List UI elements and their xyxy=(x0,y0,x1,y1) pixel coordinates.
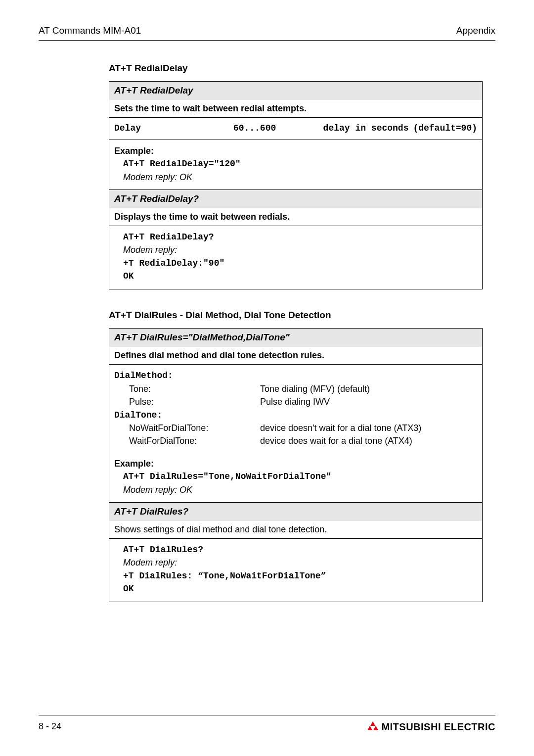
s2-q-reply-l1: +T DialRules: “Tone,NoWaitForDialTone” xyxy=(114,570,477,582)
s1-q-reply-label: Modem reply: xyxy=(114,244,477,256)
s2-dm-pulse-k: Pulse: xyxy=(114,396,260,408)
s1-cmd-set: AT+T RedialDelay xyxy=(109,82,482,100)
s2-query-block: AT+T DialRules? Modem reply: +T DialRule… xyxy=(109,539,482,602)
s1-q-cmd: AT+T RedialDelay? xyxy=(114,232,477,243)
section1-box: AT+T RedialDelay Sets the time to wait b… xyxy=(109,81,483,289)
s2-q-cmd: AT+T DialRules? xyxy=(114,544,477,556)
s2-dm-tone-v: Tone dialing (MFV) (default) xyxy=(260,383,370,395)
s2-dm-tone-k: Tone: xyxy=(114,383,260,395)
s1-param-range: 60...600 xyxy=(233,123,323,134)
brand: MITSUBISHI ELECTRIC xyxy=(367,720,495,733)
s1-q-reply-l2: OK xyxy=(114,271,477,282)
section2-box: AT+T DialRules="DialMethod,DialTone" Def… xyxy=(109,328,483,602)
s1-cmd-query: AT+T RedialDelay? xyxy=(109,189,482,208)
s1-example: Example: AT+T RedialDelay="120" Modem re… xyxy=(109,140,482,189)
s2-dt-wait-k: WaitForDialTone: xyxy=(114,435,260,447)
s2-dt-label: DialTone: xyxy=(114,410,477,421)
s2-params: DialMethod: Tone: Tone dialing (MFV) (de… xyxy=(109,365,482,452)
s1-param-row: Delay 60...600 delay in seconds (default… xyxy=(109,118,482,140)
s1-example-reply: Modem reply: OK xyxy=(114,172,477,183)
s2-cmd-set: AT+T DialRules="DialMethod,DialTone" xyxy=(109,329,482,347)
header-bar: AT Commands MIM-A01 Appendix xyxy=(39,25,495,41)
s2-example: Example: AT+T DialRules="Tone,NoWaitForD… xyxy=(109,453,482,502)
s2-dm-label: DialMethod: xyxy=(114,370,477,381)
footer: 8 - 24 MITSUBISHI ELECTRIC xyxy=(39,715,495,733)
s1-example-label: Example: xyxy=(114,145,477,157)
s1-desc-query: Displays the time to wait between redial… xyxy=(109,208,482,226)
s2-example-cmd: AT+T DialRules="Tone,NoWaitForDialTone" xyxy=(114,471,477,482)
s1-query-block: AT+T RedialDelay? Modem reply: +T Redial… xyxy=(109,226,482,289)
s2-q-reply-label: Modem reply: xyxy=(114,557,477,568)
s1-param-name: Delay xyxy=(114,123,233,134)
brand-text: MITSUBISHI ELECTRIC xyxy=(381,720,495,733)
s1-param-default: (default=90) xyxy=(413,123,477,134)
s2-dt-nowait-v: device doesn't wait for a dial tone (ATX… xyxy=(260,423,421,434)
section1-title: AT+T RedialDelay xyxy=(109,62,483,75)
s2-desc-set: Defines dial method and dial tone detect… xyxy=(109,347,482,365)
mitsubishi-logo-icon xyxy=(367,720,378,733)
s1-desc-set: Sets the time to wait between redial att… xyxy=(109,100,482,118)
s2-example-reply: Modem reply: OK xyxy=(114,484,477,496)
s2-q-reply-l2: OK xyxy=(114,583,477,595)
s2-example-label: Example: xyxy=(114,458,477,470)
section2-title: AT+T DialRules - Dial Method, Dial Tone … xyxy=(109,309,483,322)
page-number: 8 - 24 xyxy=(39,721,61,732)
s2-dt-wait-v: device does wait for a dial tone (ATX4) xyxy=(260,435,412,447)
s1-example-cmd: AT+T RedialDelay="120" xyxy=(114,158,477,170)
s2-dt-nowait-k: NoWaitForDialTone: xyxy=(114,423,260,434)
s2-cmd-query: AT+T DialRules? xyxy=(109,502,482,521)
content-area: AT+T RedialDelay AT+T RedialDelay Sets t… xyxy=(109,62,483,602)
s2-desc-query: Shows settings of dial method and dial t… xyxy=(109,521,482,539)
header-left: AT Commands MIM-A01 xyxy=(39,25,141,37)
s1-q-reply-l1: +T RedialDelay:"90" xyxy=(114,258,477,269)
header-right: Appendix xyxy=(456,25,495,37)
s1-param-meaning: delay in seconds xyxy=(323,123,413,134)
s2-dm-pulse-v: Pulse dialing IWV xyxy=(260,396,330,408)
